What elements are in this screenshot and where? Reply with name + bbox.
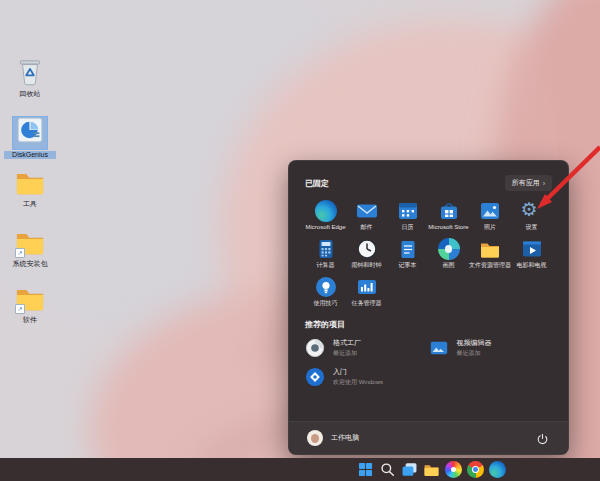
recycle-bin-icon (13, 56, 47, 88)
taskbar-button-search[interactable] (379, 461, 396, 478)
pinned-app-icon-wrap (356, 276, 378, 298)
recommended-item-get-started[interactable]: 入门欢迎使用 Windows (305, 367, 429, 387)
pinned-app-icon-wrap (315, 200, 337, 222)
calculator-icon (315, 238, 337, 260)
pinned-app-icon-wrap (356, 200, 378, 222)
task-manager-icon (356, 276, 378, 298)
pinned-app-paint[interactable]: 画图 (428, 238, 469, 269)
pinned-app-store[interactable]: Microsoft Store (428, 200, 469, 231)
pinned-app-task-manager[interactable]: 任务管理器 (346, 276, 387, 307)
taskbar-button-photos-legacy[interactable] (445, 461, 462, 478)
desktop-icon-folder-3[interactable]: ↗软件 (4, 282, 56, 324)
chevron-right-icon: › (543, 180, 545, 187)
power-button[interactable] (534, 430, 550, 446)
recommended-section-title: 推荐的项目 (305, 319, 552, 330)
pinned-app-label: 任务管理器 (352, 300, 382, 307)
recommended-item-text: 入门欢迎使用 Windows (333, 367, 383, 387)
pinned-app-mail[interactable]: 邮件 (346, 200, 387, 231)
shortcut-arrow-icon: ↗ (15, 248, 25, 258)
get-started-icon (305, 367, 325, 387)
taskbar-button-task-view[interactable] (401, 461, 418, 478)
chrome-icon (467, 461, 484, 478)
recommended-item-video-editor[interactable]: 视频编辑器最近添加 (429, 338, 553, 358)
windows-desktop: { "desktop": { "icons": [ {"key":"recycl… (0, 0, 600, 481)
recommended-item-subtitle: 欢迎使用 Windows (333, 378, 383, 387)
folder-icon (13, 166, 47, 198)
taskbar-button-chrome[interactable] (467, 461, 484, 478)
desktop-icon-folder-1[interactable]: 工具 (4, 166, 56, 208)
settings-icon: ⚙ (521, 200, 543, 222)
pinned-app-label: 邮件 (361, 224, 373, 231)
pinned-app-icon-wrap (397, 200, 419, 222)
photos-icon (479, 200, 501, 222)
pinned-app-label: 记事本 (399, 262, 417, 269)
recommended-item-format-factory[interactable]: 格式工厂最近添加 (305, 338, 429, 358)
clock-icon (356, 238, 378, 260)
pinned-app-icon-wrap (438, 238, 460, 260)
pinned-section-title: 已固定 (305, 178, 329, 189)
windows-start-icon (357, 461, 374, 478)
recommended-item-text: 视频编辑器最近添加 (457, 338, 492, 358)
recommended-item-subtitle: 最近添加 (333, 349, 361, 358)
desktop-icon-label: 回收站 (4, 90, 56, 98)
desktop-icon-label: DiskGenius (4, 151, 56, 159)
pinned-app-label: 使用技巧 (314, 300, 338, 307)
pinned-app-notepad[interactable]: 记事本 (387, 238, 428, 269)
desktop-icon-art: ↗ (13, 282, 47, 314)
search-icon (379, 461, 396, 478)
pinned-app-label: 计算器 (317, 262, 335, 269)
disk-tool-icon (13, 117, 47, 149)
pinned-app-file-explorer[interactable]: 文件资源管理器 (469, 238, 511, 269)
task-view-icon (401, 461, 418, 478)
desktop-icon-label: 软件 (4, 316, 56, 324)
pinned-app-icon-wrap (438, 200, 460, 222)
power-icon (536, 432, 549, 445)
pinned-app-clock[interactable]: 闹钟和时钟 (346, 238, 387, 269)
taskbar-button-start[interactable] (357, 461, 374, 478)
desktop-icon-art (13, 166, 47, 198)
recommended-item-text: 格式工厂最近添加 (333, 338, 361, 358)
desktop-icon-label: 工具 (4, 200, 56, 208)
store-icon (438, 200, 460, 222)
pinned-app-label: Microsoft Edge (305, 224, 345, 231)
pinned-app-icon-wrap (315, 276, 337, 298)
user-avatar[interactable] (307, 430, 323, 446)
pinned-app-edge[interactable]: Microsoft Edge (305, 200, 346, 231)
pinned-app-calendar[interactable]: 日历 (387, 200, 428, 231)
pinned-app-calculator[interactable]: 计算器 (305, 238, 346, 269)
desktop-icon-folder-2[interactable]: ↗系统安装包 (4, 226, 56, 268)
paint-icon (438, 238, 460, 260)
taskbar-button-file-explorer[interactable] (423, 461, 440, 478)
user-name[interactable]: 工作电脑 (331, 433, 359, 443)
file-explorer-icon (479, 238, 501, 260)
pinned-app-label: 文件资源管理器 (469, 262, 511, 269)
pinned-app-settings[interactable]: ⚙设置 (511, 200, 552, 231)
pinned-app-label: 照片 (484, 224, 496, 231)
recommended-item-icon-wrap (305, 367, 325, 387)
pinned-apps-grid: Microsoft Edge邮件日历Microsoft Store照片⚙设置计算… (305, 200, 552, 307)
pinned-app-icon-wrap: ⚙ (521, 200, 543, 222)
recommended-item-icon-wrap (305, 338, 325, 358)
taskbar-icons (357, 461, 506, 478)
color-wheel-icon (445, 461, 462, 478)
recommended-items-grid: 格式工厂最近添加视频编辑器最近添加入门欢迎使用 Windows (305, 338, 552, 387)
recommended-item-title: 格式工厂 (333, 338, 361, 348)
pinned-app-tips[interactable]: 使用技巧 (305, 276, 346, 307)
taskbar (0, 458, 600, 481)
movies-tv-icon (521, 238, 543, 260)
pinned-app-photos[interactable]: 照片 (469, 200, 511, 231)
mail-icon (356, 200, 378, 222)
desktop-icon-label: 系统安装包 (4, 260, 56, 268)
recommended-item-title: 入门 (333, 367, 383, 377)
calendar-icon (397, 200, 419, 222)
taskbar-button-edge[interactable] (489, 461, 506, 478)
pinned-app-icon-wrap (479, 200, 501, 222)
notepad-icon (397, 238, 419, 260)
pinned-app-label: 电影和电视 (517, 262, 547, 269)
desktop-icon-recycle-bin[interactable]: 回收站 (4, 56, 56, 98)
recommended-item-subtitle: 最近添加 (457, 349, 492, 358)
pinned-app-movies-tv[interactable]: 电影和电视 (511, 238, 552, 269)
desktop-icon-disk-tool[interactable]: DiskGenius (4, 117, 56, 159)
pinned-app-icon-wrap (479, 238, 501, 260)
all-apps-button[interactable]: 所有应用 › (505, 175, 552, 191)
